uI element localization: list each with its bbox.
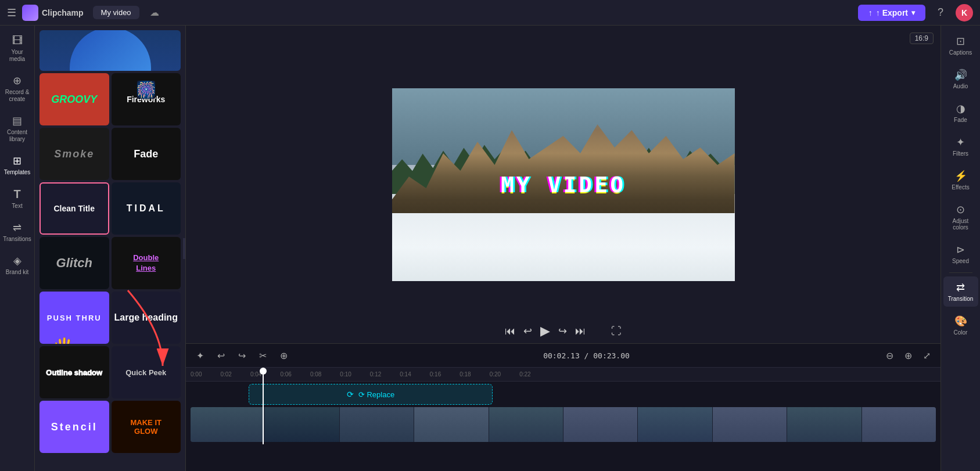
template-card-stencil[interactable]: Stencil — [40, 401, 109, 453]
large-heading-label: Large heading — [114, 312, 178, 323]
sidebar-item-record-create[interactable]: ⊕ Record & create — [2, 70, 33, 107]
your-media-icon: 🎞 — [12, 35, 23, 47]
skip-back-button[interactable]: ⏮ — [505, 325, 515, 337]
adjust-colors-icon: ⊙ — [956, 203, 965, 216]
undo-button[interactable]: ↩ — [213, 347, 229, 364]
sidebar-item-brand-kit[interactable]: ◈ Brand kit — [2, 250, 33, 281]
fullscreen-button[interactable]: ⛶ — [611, 325, 622, 337]
ruler-mark-10: 0:20 — [490, 371, 501, 377]
template-card-double-lines[interactable]: Double Lines — [112, 237, 181, 289]
outline-shadow-label: Outline shadow — [46, 368, 102, 377]
push-thru-label: PUSH THRU — [47, 314, 102, 322]
ruler-mark-9: 0:18 — [460, 371, 471, 377]
template-card-fireworks[interactable]: Fireworks 🎆 — [112, 73, 181, 125]
forward-5s-button[interactable]: ↪ — [558, 325, 567, 337]
color-icon: 🎨 — [954, 315, 967, 328]
ruler-mark-11: 0:22 — [519, 371, 530, 377]
video-thumb-1 — [191, 407, 265, 442]
redo-button[interactable]: ↪ — [234, 347, 250, 364]
cursor-hand: 🖐 — [51, 337, 78, 344]
right-sidebar-speed[interactable]: ⊳ Speed — [943, 239, 978, 269]
brand-kit-icon: ◈ — [13, 254, 21, 267]
split-button[interactable]: ✂ — [254, 347, 271, 364]
zoom-in-button[interactable]: ⊕ — [900, 347, 916, 364]
export-icon: ↑ — [868, 8, 873, 17]
right-sidebar-captions[interactable]: ⊡ Captions — [943, 30, 978, 60]
aspect-ratio-badge: 16:9 — [910, 33, 934, 44]
right-sidebar-divider — [949, 272, 972, 273]
template-card-quick-peek[interactable]: Quick Peek — [112, 346, 181, 398]
fade-icon: ◑ — [956, 102, 965, 115]
content-library-icon: ▤ — [12, 114, 22, 127]
quick-peek-label: Quick Peek — [125, 368, 166, 377]
sidebar-item-your-media[interactable]: 🎞 Your media — [2, 30, 33, 67]
template-card-fade[interactable]: Fade — [112, 128, 181, 180]
clean-title-label: Clean Title — [53, 204, 95, 213]
filters-icon: ✦ — [956, 136, 965, 149]
ruler-mark-3: 0:06 — [280, 371, 291, 377]
right-sidebar-adjust-colors[interactable]: ⊙ Adjust colors — [943, 199, 978, 235]
template-card-tidal[interactable]: TIDAL — [112, 182, 181, 235]
template-card-clean-title[interactable]: Clean Title — [40, 182, 109, 235]
play-pause-button[interactable]: ▶ — [540, 323, 550, 339]
export-button[interactable]: ↑ ↑ Export ▾ — [858, 5, 925, 21]
help-button[interactable]: ? — [931, 3, 950, 22]
right-sidebar-effects[interactable]: ⚡ Effects — [943, 165, 978, 195]
text-track[interactable]: ⟳ ⟳ Replace — [249, 384, 493, 405]
ruler-mark-4: 0:08 — [310, 371, 321, 377]
video-thumb-9 — [787, 407, 861, 442]
rewind-5s-button[interactable]: ↩ — [523, 325, 532, 337]
zoom-out-button[interactable]: ⊖ — [881, 347, 898, 364]
menu-icon[interactable]: ☰ — [7, 6, 16, 19]
current-tab[interactable]: My video — [93, 6, 139, 19]
fit-timeline-button[interactable]: ⤢ — [918, 347, 935, 364]
template-card-blue-top[interactable] — [40, 30, 181, 71]
sidebar-item-templates[interactable]: ⊞ Templates — [2, 150, 33, 181]
select-tool-button[interactable]: ✦ — [192, 347, 208, 364]
ruler-mark-1: 0:02 — [220, 371, 231, 377]
video-frame: MY VIDEO — [392, 88, 735, 281]
cloud-save-icon[interactable]: ☁ — [145, 3, 164, 22]
filters-label: Filters — [953, 150, 968, 157]
sidebar-item-content-library[interactable]: ▤ Content library — [2, 110, 33, 148]
right-sidebar-transition[interactable]: ⇄ Transition — [943, 276, 978, 307]
avatar[interactable]: K — [956, 4, 973, 21]
right-sidebar: ⊡ Captions 🔊 Audio ◑ Fade ✦ Filters ⚡ Ef… — [940, 26, 980, 471]
sidebar-brand-label: Brand kit — [6, 269, 28, 276]
template-card-glitch[interactable]: Glitch — [40, 237, 109, 289]
template-card-make-it-glow[interactable]: MAKE IT GLOW — [112, 401, 181, 453]
speed-label: Speed — [952, 258, 969, 264]
video-thumb-8 — [713, 407, 787, 442]
color-label: Color — [954, 329, 968, 336]
main-content: 🎞 Your media ⊕ Record & create ▤ Content… — [0, 26, 980, 471]
right-sidebar-fade[interactable]: ◑ Fade — [943, 98, 978, 128]
app-name: Clipchamp — [42, 8, 84, 17]
add-media-button[interactable]: ⊕ — [275, 347, 292, 364]
template-card-push-thru[interactable]: PUSH THRU 🖐 — [40, 292, 109, 344]
audio-label: Audio — [953, 83, 968, 89]
skip-forward-button[interactable]: ⏭ — [575, 325, 586, 337]
template-card-groovy[interactable]: GROOVY — [40, 73, 109, 125]
left-sidebar: 🎞 Your media ⊕ Record & create ▤ Content… — [0, 26, 35, 471]
sidebar-item-transitions[interactable]: ⇌ Transitions — [2, 217, 33, 247]
template-card-outline-shadow[interactable]: Outline shadow — [40, 346, 109, 398]
make-it-glow-label: MAKE IT GLOW — [131, 418, 161, 436]
transition-label: Transition — [948, 296, 974, 302]
template-card-smoke[interactable]: Smoke — [40, 128, 109, 180]
replace-label: ⟳ Replace — [358, 390, 394, 399]
captions-label: Captions — [949, 49, 972, 56]
sidebar-templates-label: Templates — [4, 169, 31, 176]
template-card-large-heading[interactable]: Large heading — [112, 292, 181, 344]
video-preview-area: 16:9 MY VIDEO ⏮ ↩ ▶ ↪ ⏭ ⛶ — [186, 26, 940, 343]
adjust-colors-label: Adjust colors — [946, 218, 976, 231]
right-sidebar-filters[interactable]: ✦ Filters — [943, 131, 978, 161]
video-track[interactable] — [191, 407, 936, 442]
fade-label: Fade — [954, 117, 967, 123]
video-snow-bg — [392, 213, 735, 281]
video-thumb-10 — [862, 407, 936, 442]
templates-icon: ⊞ — [13, 154, 21, 167]
right-sidebar-audio[interactable]: 🔊 Audio — [943, 64, 978, 94]
right-sidebar-color[interactable]: 🎨 Color — [943, 310, 978, 340]
groovy-label: GROOVY — [51, 94, 97, 106]
sidebar-item-text[interactable]: T Text — [2, 183, 33, 214]
